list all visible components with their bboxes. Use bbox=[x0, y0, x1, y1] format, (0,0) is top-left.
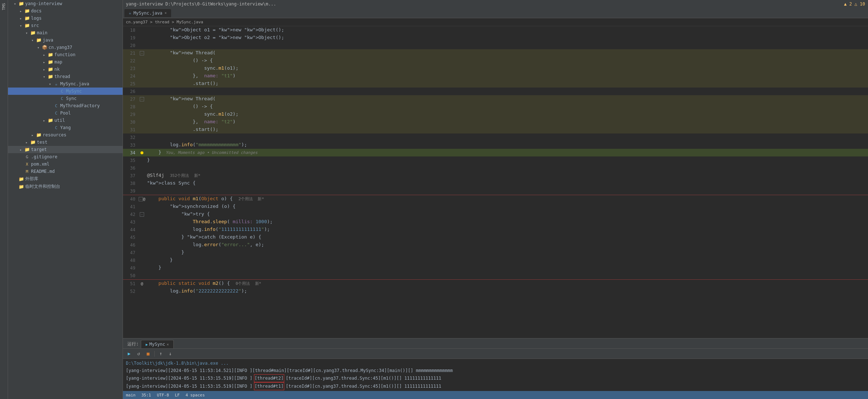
code-line-25: 25 .start(); bbox=[123, 80, 868, 88]
code-line-44: 44 log.info("11111111111111"); bbox=[123, 226, 868, 233]
icon-Pool: C bbox=[53, 110, 59, 116]
sidebar-item-target[interactable]: 📁target bbox=[8, 146, 123, 153]
line-gutter-50 bbox=[138, 272, 146, 279]
sidebar-item-临时文件和控制台[interactable]: 📁临时文件和控制台 bbox=[8, 183, 123, 190]
line-gutter-35 bbox=[138, 156, 146, 164]
icon-function: 📁 bbox=[47, 52, 53, 58]
sidebar-item-main[interactable]: 📁main bbox=[8, 29, 123, 36]
label-main: main bbox=[37, 30, 47, 35]
label-function: function bbox=[54, 52, 76, 57]
sidebar-item-cn.yang37[interactable]: 📦cn.yang37 bbox=[8, 44, 123, 51]
icon-cn.yang37: 📦 bbox=[42, 44, 47, 50]
line-number-19: 19 bbox=[123, 34, 138, 42]
code-line-26: 26 bbox=[123, 88, 868, 95]
icon-java: 📁 bbox=[36, 37, 42, 43]
sidebar-item-README.md[interactable]: MREADME.md bbox=[8, 168, 123, 175]
fold-icon-27[interactable]: − bbox=[140, 97, 144, 101]
sidebar-item-MySync[interactable]: CMySync bbox=[8, 88, 123, 95]
sidebar-item-src[interactable]: 📁src bbox=[8, 22, 123, 29]
icon-map: 📁 bbox=[47, 59, 53, 65]
console-tab-mysync[interactable]: ▶ MySync × bbox=[141, 340, 173, 348]
sidebar-item-util[interactable]: 📁util bbox=[8, 117, 123, 124]
sidebar-item-resources[interactable]: 📁resources bbox=[8, 131, 123, 139]
rerun-button[interactable]: ↺ bbox=[135, 350, 143, 358]
editor-tabs: ☕ MySync.java × bbox=[123, 8, 868, 18]
line-gutter-34 bbox=[138, 149, 146, 156]
code-editor[interactable]: 18 "kw">Object o1 = "kw">new "kw">Object… bbox=[123, 26, 868, 338]
annotation-dot-34 bbox=[140, 151, 143, 154]
sidebar-item-yang-interview[interactable]: 📁yang-interview bbox=[8, 0, 123, 7]
sidebar-item-Sync[interactable]: CSync bbox=[8, 95, 123, 102]
sidebar-item-java[interactable]: 📁java bbox=[8, 36, 123, 44]
sidebar-item-test[interactable]: 📁test bbox=[8, 139, 123, 146]
line-content-42: "kw">try { bbox=[146, 210, 868, 218]
line-number-29: 29 bbox=[123, 111, 138, 118]
line-gutter-20 bbox=[138, 42, 146, 49]
console-output: D:\Toolkit\jdk\jdk-1.8\bin\java.exe ...[… bbox=[123, 359, 868, 391]
icon-MyThreadFactory: C bbox=[53, 103, 59, 109]
sidebar-item-docs[interactable]: 📁docs bbox=[8, 7, 123, 15]
line-gutter-32 bbox=[138, 133, 146, 141]
label-src: src bbox=[31, 23, 39, 28]
line-number-32: 32 bbox=[123, 133, 138, 141]
line-gutter-40: −@ bbox=[138, 195, 146, 203]
label-MySync: MySync bbox=[66, 89, 82, 94]
run-icon: ▶ bbox=[146, 342, 148, 346]
line-number-26: 26 bbox=[123, 88, 138, 95]
icon-外部库: 📁 bbox=[18, 176, 24, 182]
scroll-up-button[interactable]: ↑ bbox=[157, 350, 165, 358]
sidebar-item-.gitignore[interactable]: G.gitignore bbox=[8, 153, 123, 160]
line-content-39 bbox=[146, 187, 868, 195]
line-number-40: 40 bbox=[123, 195, 138, 203]
sidebar-item-Yang[interactable]: CYang bbox=[8, 124, 123, 131]
line-number-43: 43 bbox=[123, 218, 138, 226]
sidebar-item-map[interactable]: 📁map bbox=[8, 58, 123, 66]
editor-tab-mysync[interactable]: ☕ MySync.java × bbox=[124, 9, 171, 17]
line-col: 35:1 bbox=[142, 393, 151, 398]
sidebar-item-thread[interactable]: 📁thread bbox=[8, 73, 123, 80]
warnings-indicator[interactable]: ▲ 2 △ 10 bbox=[844, 1, 865, 7]
fold-icon-40[interactable]: − bbox=[139, 197, 143, 201]
line-gutter-31 bbox=[138, 126, 146, 133]
at-marker-51: @ bbox=[141, 281, 143, 286]
sidebar-item-Pool[interactable]: CPool bbox=[8, 109, 123, 117]
sidebar-item-MyThreadFactory[interactable]: CMyThreadFactory bbox=[8, 102, 123, 109]
sidebar-item-MySync.java[interactable]: ☕MySync.java bbox=[8, 80, 123, 88]
run-button[interactable]: ▶ bbox=[125, 350, 133, 358]
sidebar-item-pom.xml[interactable]: Xpom.xml bbox=[8, 160, 123, 168]
tab-close-icon[interactable]: × bbox=[165, 11, 167, 15]
stop-button[interactable]: ■ bbox=[144, 350, 152, 358]
sidebar-item-外部库[interactable]: 📁外部库 bbox=[8, 175, 123, 183]
line-content-44: log.info("11111111111111"); bbox=[146, 226, 868, 233]
line-content-29: sync.m1(o2); bbox=[146, 111, 868, 118]
line-content-46: log.error("error...", e); bbox=[146, 241, 868, 249]
line-content-45: } "kw">catch (Exception e) { bbox=[146, 233, 868, 241]
fold-icon-42[interactable]: − bbox=[140, 212, 144, 217]
icon-target: 📁 bbox=[24, 147, 30, 152]
label-MyThreadFactory: MyThreadFactory bbox=[60, 103, 100, 108]
console-tab-close[interactable]: × bbox=[167, 342, 169, 346]
console-line-3: [yang-interview][2024-05-15 11:53:15.519… bbox=[126, 382, 865, 390]
line-gutter-23 bbox=[138, 65, 146, 72]
line-content-23: sync.m1(o1); bbox=[146, 65, 868, 72]
code-line-27: 27− "kw">new Thread( bbox=[123, 95, 868, 103]
sidebar-item-logs[interactable]: 📁logs bbox=[8, 15, 123, 22]
line-content-34: }You, Moments ago • Uncommitted changes bbox=[146, 149, 868, 156]
label-Sync: Sync bbox=[66, 96, 77, 101]
fold-icon-21[interactable]: − bbox=[140, 51, 144, 55]
code-line-42: 42− "kw">try { bbox=[123, 210, 868, 218]
line-content-21: "kw">new Thread( bbox=[146, 49, 868, 57]
label-nk: nk bbox=[54, 67, 59, 72]
line-number-51: 51 bbox=[123, 280, 138, 287]
line-content-43: Thread.sleep( millis: 1000); bbox=[146, 218, 868, 226]
sidebar-item-function[interactable]: 📁function bbox=[8, 51, 123, 58]
tms-label: TMS bbox=[1, 1, 7, 12]
label-README.md: README.md bbox=[31, 169, 55, 174]
scroll-down-button[interactable]: ↓ bbox=[166, 350, 174, 358]
at-marker-40: @ bbox=[143, 197, 146, 201]
sidebar-item-nk[interactable]: 📁nk bbox=[8, 66, 123, 73]
label-util: util bbox=[54, 118, 65, 123]
label-test: test bbox=[37, 140, 47, 145]
line-gutter-25 bbox=[138, 80, 146, 88]
code-line-40: 40−@ public void m1(Object o) { 2个用法 新* bbox=[123, 195, 868, 203]
